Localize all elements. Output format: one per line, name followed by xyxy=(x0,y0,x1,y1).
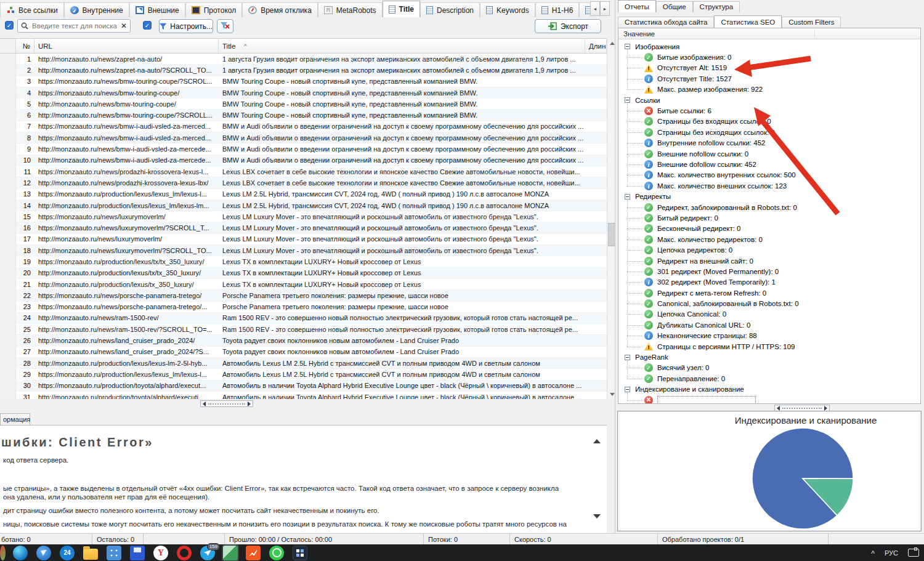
taskbar-opera-icon[interactable] xyxy=(177,546,192,560)
table-row[interactable]: 5http://monzaauto.ru/news/bmw-touring-co… xyxy=(0,99,607,110)
report-tab-keywords[interactable]: Keywords xyxy=(480,2,535,17)
tree-item[interactable]: Макс. количество редиректов: 0 xyxy=(618,234,920,244)
report-tab-все-ссылки[interactable]: Все ссылки xyxy=(0,2,64,17)
search-enable-checkbox[interactable]: ✓ xyxy=(5,21,14,30)
tree-section-ссылки[interactable]: Ссылки xyxy=(618,95,920,105)
tree-item[interactable]: Внешние dofollow ссылки: 452 xyxy=(618,159,920,169)
tree-item[interactable]: Canonical, заблокированный в Robots.txt:… xyxy=(618,298,920,309)
taskbar-tiles-icon[interactable] xyxy=(293,546,307,560)
collapse-icon[interactable] xyxy=(625,355,630,360)
tab-general[interactable]: Общие xyxy=(656,1,693,12)
column-header-url[interactable]: URL xyxy=(34,39,219,53)
taskbar-whatsapp-icon[interactable] xyxy=(269,546,284,560)
tree-item[interactable]: Внутренние nofollow ссылки: 452 xyxy=(618,138,920,148)
search-input[interactable] xyxy=(31,22,118,30)
tree-item[interactable]: Страницы без входящих ссылок: 0 xyxy=(618,116,920,127)
report-tab-metarobots[interactable]: MetaRobots xyxy=(318,2,383,17)
table-row[interactable]: 25http://monzaauto.ru/news/ram-1500-rev/… xyxy=(0,324,607,335)
table-row[interactable]: 18http://monzaauto.ru/news/luxurymoverlm… xyxy=(0,245,607,256)
tree-item[interactable]: Цепочка редиректов: 0 xyxy=(618,244,920,255)
tree-item[interactable]: Дубликаты Canonical URL: 0 xyxy=(618,320,920,330)
tree-item[interactable]: 302 редирект (Moved Temporarily): 1 xyxy=(618,277,920,288)
table-row[interactable]: 24http://monzaauto.ru/news/ram-1500-rev/… xyxy=(0,313,607,324)
tree-section-индексирование-и-сканирование[interactable]: Индексирование и сканирование xyxy=(618,384,920,395)
collapse-icon[interactable] xyxy=(625,387,630,392)
table-row[interactable]: 2http://monzaauto.ru/news/zapret-na-auto… xyxy=(0,65,607,76)
tree-item[interactable]: Бесконечный редирект: 0 xyxy=(618,224,920,234)
tab-crawl-statistics[interactable]: Статистика обхода сайта xyxy=(618,17,714,28)
tree-item[interactable]: Макс. размер изображения: 922 xyxy=(618,84,920,95)
tree-item[interactable]: Страницы без исходящих ссылок: 0 xyxy=(618,127,920,137)
column-header-title[interactable]: Title ^ xyxy=(219,39,585,53)
tab-reports[interactable]: Отчеты xyxy=(618,0,656,12)
taskbar-chartapp-icon[interactable] xyxy=(246,546,261,560)
splitter-right-icon[interactable] xyxy=(824,406,827,411)
collapse-icon[interactable] xyxy=(625,194,630,200)
column-header-number[interactable]: № xyxy=(16,39,34,53)
tree-item[interactable]: Битые изображения: 0 xyxy=(618,52,920,62)
report-tab-время-отклика[interactable]: Время отклика xyxy=(242,2,318,17)
taskbar-yandex-icon[interactable]: Y xyxy=(153,546,168,560)
report-tab-внутренние[interactable]: Внутренние xyxy=(64,2,129,17)
tab-scroll-right-icon[interactable]: ► xyxy=(600,1,610,16)
tray-chevron-icon[interactable]: ^ xyxy=(871,549,875,558)
info-scroll-down-icon[interactable] xyxy=(593,514,601,519)
tab-custom-filters[interactable]: Custom Filters xyxy=(782,17,841,28)
report-tab-контент[interactable]: Контент xyxy=(579,2,590,17)
splitter-right-icon[interactable] xyxy=(248,402,251,406)
info-panel-tab[interactable]: ормация xyxy=(0,413,30,425)
report-tab-title[interactable]: Title xyxy=(383,1,420,17)
tab-structure[interactable]: Структура xyxy=(693,1,740,12)
tree-item[interactable]: Редирект с мета-тегом Refresh: 0 xyxy=(618,288,920,298)
tree-item[interactable]: Внешние nofollow ссылки: 0 xyxy=(618,148,920,159)
report-tab-внешние[interactable]: Внешние xyxy=(129,2,185,17)
table-row[interactable]: 14http://monzaauto.ru/production/lexus/l… xyxy=(0,200,607,211)
tree-item[interactable]: Перенаправление: 0 xyxy=(618,373,920,384)
table-row[interactable]: 22https://monzaauto.ru/news/porsche-pana… xyxy=(0,290,607,301)
table-row[interactable]: 15https://monzaauto.ru/news/luxurymoverl… xyxy=(0,211,607,222)
search-box[interactable]: ✕ xyxy=(17,19,131,33)
table-row[interactable]: 11https://monzaauto.ru/news/prodazhi-kro… xyxy=(0,166,607,177)
taskbar-partial-icon[interactable] xyxy=(0,546,6,560)
clear-filter-button[interactable] xyxy=(217,19,233,33)
tree-item[interactable]: Неканонические страницы: 88 xyxy=(618,331,920,341)
table-row[interactable]: 17http://monzaauto.ru/news/luxurymoverlm… xyxy=(0,234,607,245)
tree-section-pagerank[interactable]: PageRank xyxy=(618,352,920,362)
table-row[interactable]: 1http://monzaauto.ru/news/zapret-na-auto… xyxy=(0,54,607,65)
splitter-left-icon[interactable] xyxy=(203,402,206,406)
table-row[interactable]: 10http://monzaauto.ru/news/bmw-i-audi-vs… xyxy=(0,155,607,166)
taskbar-save-icon[interactable] xyxy=(130,546,145,560)
splitter-left-icon[interactable] xyxy=(777,406,780,411)
tree-item[interactable]: Отсутствует Title: 1527 xyxy=(618,73,920,84)
tab-scroll-left-icon[interactable]: ◄ xyxy=(590,1,600,16)
taskbar-calculator-icon[interactable] xyxy=(107,546,121,560)
table-row[interactable]: 3https://monzaauto.ru/news/bmw-touring-c… xyxy=(0,76,607,87)
table-row[interactable]: 31http://monzaauto.ru/production/toyota/… xyxy=(0,392,607,399)
row-selector-column-header[interactable] xyxy=(0,39,16,53)
table-row[interactable]: 29https://monzaauto.ru/production/lexus/… xyxy=(0,369,607,380)
tree-section-редиректы[interactable]: Редиректы xyxy=(618,191,920,201)
taskbar-siteanalyzer-icon[interactable] xyxy=(223,546,238,560)
configure-filter-button[interactable]: Настроить... xyxy=(159,19,213,33)
table-row[interactable]: 6http://monzaauto.ru/news/bmw-touring-co… xyxy=(0,110,607,121)
tab-seo-statistics[interactable]: Статистика SEO xyxy=(714,15,782,28)
table-row[interactable]: 13https://monzaauto.ru/production/lexus/… xyxy=(0,189,607,200)
table-row[interactable]: 16https://monzaauto.ru/news/luxurymoverl… xyxy=(0,222,607,233)
horizontal-splitter-handle[interactable] xyxy=(200,400,253,407)
tree-item[interactable]: Макс. количество внешних ссылок: 123 xyxy=(618,180,920,191)
taskbar-thunderbird-icon[interactable] xyxy=(36,546,51,560)
tree-item[interactable]: Отсутствует Alt: 1519 xyxy=(618,63,920,73)
taskbar-edge-icon[interactable] xyxy=(13,546,28,560)
table-row[interactable]: 9http://monzaauto.ru/news/bmw-i-audi-vsl… xyxy=(0,143,607,155)
export-button[interactable]: Экспорт xyxy=(535,19,601,33)
report-tab-протокол[interactable]: Протокол xyxy=(185,2,243,17)
tree-item[interactable]: Цепочка Canonical: 0 xyxy=(618,309,920,320)
tree-item[interactable]: Битый редирект: 0 xyxy=(618,212,920,223)
tree-section-изображения[interactable]: Изображения xyxy=(618,41,920,52)
tree-item[interactable]: Редирект на внешний сайт: 0 xyxy=(618,256,920,266)
collapse-icon[interactable] xyxy=(625,97,630,103)
tree-item[interactable]: Висячий узел: 0 xyxy=(618,363,920,373)
language-indicator[interactable]: РУС xyxy=(885,549,898,557)
table-row[interactable]: 4https://monzaauto.ru/news/bmw-touring-c… xyxy=(0,87,607,99)
info-scroll-up-icon[interactable] xyxy=(593,439,601,443)
